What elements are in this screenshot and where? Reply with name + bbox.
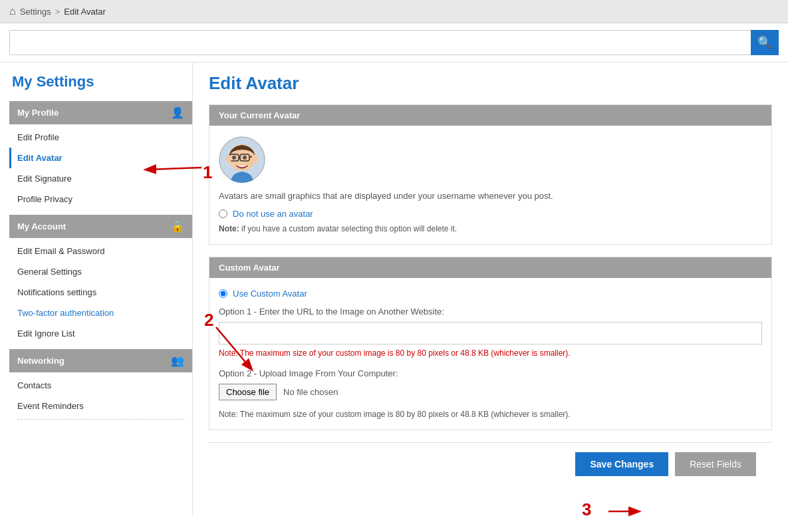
action-bar: Save Changes Reset Fields (209, 442, 772, 485)
sidebar-item-profile-privacy[interactable]: Profile Privacy (9, 189, 192, 209)
sidebar-item-notifications-settings[interactable]: Notifications settings (9, 282, 192, 303)
use-custom-label[interactable]: Use Custom Avatar (233, 289, 307, 299)
home-icon: ⌂ (9, 5, 16, 17)
current-avatar-section: Your Current Avatar (209, 104, 772, 245)
sidebar-section-my-account: My Account 🔒 (9, 215, 192, 238)
sidebar-item-event-reminders[interactable]: Event Reminders (9, 396, 192, 416)
save-changes-button[interactable]: Save Changes (575, 452, 668, 476)
search-input[interactable] (9, 30, 751, 55)
sidebar-item-contacts[interactable]: Contacts (9, 375, 192, 396)
note-text-content: if you have a custom avatar selecting th… (241, 224, 457, 233)
sidebar-section-my-profile: My Profile 👤 (9, 101, 192, 124)
sidebar-title: My Settings (9, 73, 192, 90)
avatar-image (219, 136, 265, 183)
custom-avatar-body: Use Custom Avatar Option 1 - Enter the U… (209, 278, 771, 430)
no-avatar-note: Note: if you have a custom avatar select… (219, 224, 762, 233)
profile-section-icon: 👤 (171, 106, 184, 119)
main-layout: My Settings My Profile 👤 Edit Profile Ed… (0, 63, 788, 515)
avatar-description: Avatars are small graphics that are disp… (219, 191, 762, 201)
option2-label: Option 2 - Upload Image From Your Comput… (219, 368, 762, 378)
search-bar: 🔍 (0, 23, 788, 63)
note-max-size-2: Note: The maximum size of your custom im… (219, 410, 762, 419)
sidebar-item-edit-signature[interactable]: Edit Signature (9, 168, 192, 189)
svg-point-7 (232, 156, 236, 160)
svg-point-9 (226, 155, 231, 163)
reset-fields-button[interactable]: Reset Fields (675, 452, 756, 476)
svg-point-10 (253, 155, 258, 163)
current-avatar-body: Avatars are small graphics that are disp… (209, 126, 771, 244)
breadcrumb-current: Edit Avatar (64, 7, 106, 17)
sidebar-item-edit-ignore-list[interactable]: Edit Ignore List (9, 323, 192, 344)
breadcrumb-separator: > (55, 7, 61, 17)
sidebar-item-edit-email-password[interactable]: Edit Email & Password (9, 241, 192, 261)
custom-avatar-section: Custom Avatar Use Custom Avatar Option 1… (209, 257, 772, 430)
no-avatar-label[interactable]: Do not use an avatar (233, 209, 313, 219)
option1-label: Option 1 - Enter the URL to the Image on… (219, 307, 762, 317)
note-label: Note: (219, 224, 239, 233)
use-custom-radio[interactable] (219, 289, 227, 298)
breadcrumb-parent[interactable]: Settings (20, 7, 51, 17)
svg-point-8 (243, 156, 247, 160)
sidebar-item-edit-avatar[interactable]: Edit Avatar (9, 148, 192, 168)
choose-file-button[interactable]: Choose file (219, 384, 277, 400)
url-input[interactable] (219, 322, 762, 344)
sidebar-item-edit-profile[interactable]: Edit Profile (9, 127, 192, 148)
section-label-networking: Networking (17, 356, 65, 366)
note-max-size-1: Note: The maximum size of your custom im… (219, 348, 762, 358)
custom-avatar-header: Custom Avatar (209, 257, 771, 278)
content-area: Edit Avatar Your Current Avatar (193, 63, 788, 515)
no-file-text: No file chosen (283, 387, 338, 397)
sidebar-item-two-factor[interactable]: Two-factor authentication (9, 303, 192, 323)
file-upload-row: Choose file No file chosen (219, 384, 762, 400)
search-icon: 🔍 (757, 35, 772, 50)
page-title: Edit Avatar (209, 73, 772, 94)
section-label-my-account: My Account (17, 221, 66, 231)
sidebar-divider (17, 419, 184, 420)
search-button[interactable]: 🔍 (751, 30, 779, 55)
sidebar-section-networking: Networking 👥 (9, 349, 192, 372)
no-avatar-radio[interactable] (219, 209, 227, 218)
no-avatar-option: Do not use an avatar (219, 209, 762, 219)
use-custom-option: Use Custom Avatar (219, 289, 762, 299)
account-section-icon: 🔒 (171, 220, 184, 233)
networking-section-icon: 👥 (171, 354, 184, 367)
sidebar: My Settings My Profile 👤 Edit Profile Ed… (0, 63, 193, 515)
current-avatar-header: Your Current Avatar (209, 105, 771, 126)
page-wrapper: ⌂ Settings > Edit Avatar 🔍 My Settings M… (0, 0, 788, 532)
section-label-my-profile: My Profile (17, 108, 59, 118)
sidebar-item-general-settings[interactable]: General Settings (9, 261, 192, 282)
breadcrumb-bar: ⌂ Settings > Edit Avatar (0, 0, 788, 23)
